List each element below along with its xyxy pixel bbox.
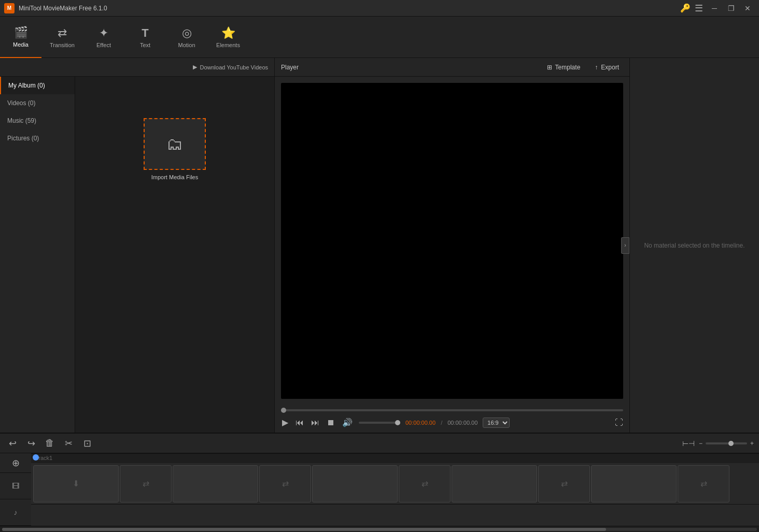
download-youtube-button[interactable]: ▶ Download YouTube Videos bbox=[193, 64, 269, 70]
toolbar-elements-label: Elements bbox=[216, 42, 240, 48]
delete-button[interactable]: 🗑 bbox=[43, 436, 57, 451]
track-clip-5[interactable] bbox=[591, 465, 677, 502]
transition-slot-1[interactable]: ⇄ bbox=[120, 465, 172, 502]
aspect-ratio-select[interactable]: 16:9 9:16 4:3 1:1 bbox=[483, 418, 510, 428]
text-icon: T bbox=[142, 26, 148, 40]
transition-icon: ⇄ bbox=[58, 26, 67, 40]
zoom-minus-icon: − bbox=[699, 440, 702, 447]
transition-slot-3[interactable]: ⇄ bbox=[399, 465, 451, 502]
titlebar: M MiniTool MovieMaker Free 6.1.0 🔑 ☰ ─ ❐… bbox=[0, 0, 759, 17]
minimize-button[interactable]: ─ bbox=[707, 1, 722, 16]
progress-bar[interactable] bbox=[281, 409, 623, 411]
export-button[interactable]: ↑ Export bbox=[591, 62, 623, 73]
timeline-tracks: Track1 ⬇ ⇄ ⇄ ⇄ bbox=[31, 453, 759, 526]
scroll-track[interactable] bbox=[2, 528, 757, 531]
video-track-icon: 🎞 bbox=[0, 473, 31, 499]
toolbar-transition[interactable]: ⇄ Transition bbox=[41, 17, 83, 58]
undo-button[interactable]: ↩ bbox=[5, 436, 20, 451]
toolbar-motion[interactable]: ◎ Motion bbox=[166, 17, 207, 58]
media-icon: 🎬 bbox=[14, 26, 28, 39]
crop-button[interactable]: ⊡ bbox=[80, 436, 94, 451]
track1-label: Track1 bbox=[31, 454, 759, 463]
sidebar-item-pictures[interactable]: Pictures (0) bbox=[0, 130, 75, 147]
timeline-scrollbar[interactable] bbox=[0, 526, 759, 532]
time-current: 00:00:00.00 bbox=[405, 420, 435, 426]
player-title: Player bbox=[281, 64, 299, 71]
toolbar-effect-label: Effect bbox=[96, 42, 111, 48]
key-icon: 🔑 bbox=[680, 3, 691, 13]
video-track-row: ⬇ ⇄ ⇄ ⇄ ⇄ bbox=[31, 463, 759, 505]
media-topbar: ▶ Download YouTube Videos bbox=[0, 58, 274, 77]
track-clip-import[interactable]: ⬇ bbox=[33, 465, 119, 502]
sidebar-item-videos[interactable]: Videos (0) bbox=[0, 94, 75, 112]
restore-button[interactable]: ❐ bbox=[724, 1, 738, 16]
toolbar-text[interactable]: T Text bbox=[124, 17, 166, 58]
zoom-handle bbox=[728, 441, 734, 446]
player-panel: Player ⊞ Template ↑ Export ▶ ⏮ ⏭ bbox=[275, 58, 629, 433]
fullscreen-button[interactable]: ⛶ bbox=[615, 418, 623, 427]
track1-container: Track1 ⬇ ⇄ ⇄ ⇄ bbox=[31, 454, 759, 526]
media-sidebar: My Album (0) Videos (0) Music (59) Pictu… bbox=[0, 77, 75, 433]
toolbar-transition-label: Transition bbox=[50, 42, 75, 48]
export-icon: ↑ bbox=[595, 64, 598, 71]
app-title: MiniTool MovieMaker Free 6.1.0 bbox=[19, 5, 680, 12]
volume-button[interactable]: 🔊 bbox=[341, 416, 354, 428]
transition-slot-4[interactable]: ⇄ bbox=[538, 465, 590, 502]
zoom-fit-button[interactable]: ⊢⊣ bbox=[681, 436, 696, 451]
no-material-text: No material selected on the timeline. bbox=[634, 232, 755, 260]
stop-button[interactable]: ⏹ bbox=[326, 417, 336, 428]
track-clip-4[interactable] bbox=[452, 465, 537, 502]
window-controls: ─ ❐ ✕ bbox=[707, 1, 755, 16]
template-button[interactable]: ⊞ Template bbox=[543, 62, 585, 73]
player-header: Player ⊞ Template ↑ Export bbox=[275, 58, 629, 77]
music-track-row bbox=[31, 505, 759, 526]
progress-handle[interactable] bbox=[281, 408, 286, 413]
transition-slot-5[interactable]: ⇄ bbox=[678, 465, 729, 502]
transition-icon-1: ⇄ bbox=[143, 479, 149, 488]
add-track-button[interactable]: ⊕ bbox=[0, 453, 31, 473]
zoom-slider[interactable] bbox=[706, 442, 747, 444]
transition-icon-3: ⇄ bbox=[421, 479, 428, 488]
prev-button[interactable]: ⏮ bbox=[294, 417, 305, 428]
music-track-icon: ♪ bbox=[0, 499, 31, 526]
timeline-content: ⊕ 🎞 ♪ Track1 ⬇ bbox=[0, 453, 759, 526]
import-media-box[interactable]: 🗂 Import Media Files bbox=[144, 118, 206, 180]
player-video-area bbox=[281, 83, 623, 399]
transition-icon-2: ⇄ bbox=[282, 479, 289, 488]
volume-handle bbox=[395, 420, 400, 425]
track-clip-3[interactable] bbox=[312, 465, 398, 502]
toolbar-media[interactable]: 🎬 Media bbox=[0, 17, 41, 58]
player-controls: ▶ ⏮ ⏭ ⏹ 🔊 00:00:00.00 / 00:00:00.00 16:9… bbox=[275, 405, 629, 433]
transition-icon-5: ⇄ bbox=[700, 479, 707, 488]
time-separator: / bbox=[441, 420, 442, 426]
properties-panel: › No material selected on the timeline. bbox=[629, 58, 759, 433]
props-collapse-button[interactable]: › bbox=[621, 237, 629, 254]
sidebar-item-album[interactable]: My Album (0) bbox=[0, 77, 75, 94]
elements-icon: ⭐ bbox=[221, 26, 235, 40]
close-button[interactable]: ✕ bbox=[740, 1, 755, 16]
play-button[interactable]: ▶ bbox=[281, 416, 289, 428]
redo-button[interactable]: ↪ bbox=[24, 436, 38, 451]
media-content-area: 🗂 Import Media Files bbox=[75, 77, 274, 433]
sidebar-pictures-label: Pictures (0) bbox=[7, 135, 39, 142]
sidebar-item-music[interactable]: Music (59) bbox=[0, 112, 75, 130]
timeline: ↩ ↪ 🗑 ✂ ⊡ ⊢⊣ − + ⊕ 🎞 ♪ bbox=[0, 433, 759, 532]
scroll-thumb[interactable] bbox=[2, 528, 606, 531]
toolbar-media-label: Media bbox=[13, 41, 29, 48]
sidebar-music-label: Music (59) bbox=[7, 117, 36, 124]
playhead-handle bbox=[33, 454, 39, 461]
next-button[interactable]: ⏭ bbox=[310, 417, 320, 428]
toolbar-elements[interactable]: ⭐ Elements bbox=[207, 17, 249, 58]
cut-button[interactable]: ✂ bbox=[61, 436, 76, 451]
export-label: Export bbox=[601, 64, 619, 71]
transition-icon-4: ⇄ bbox=[561, 479, 568, 488]
sidebar-videos-label: Videos (0) bbox=[7, 99, 35, 107]
template-icon: ⊞ bbox=[547, 64, 552, 71]
zoom-plus-icon: + bbox=[750, 440, 754, 447]
youtube-icon: ▶ bbox=[193, 64, 197, 70]
import-media-button[interactable]: 🗂 bbox=[144, 118, 206, 170]
track-clip-2[interactable] bbox=[173, 465, 258, 502]
toolbar-effect[interactable]: ✦ Effect bbox=[83, 17, 124, 58]
transition-slot-2[interactable]: ⇄ bbox=[259, 465, 311, 502]
volume-slider[interactable] bbox=[359, 422, 400, 424]
